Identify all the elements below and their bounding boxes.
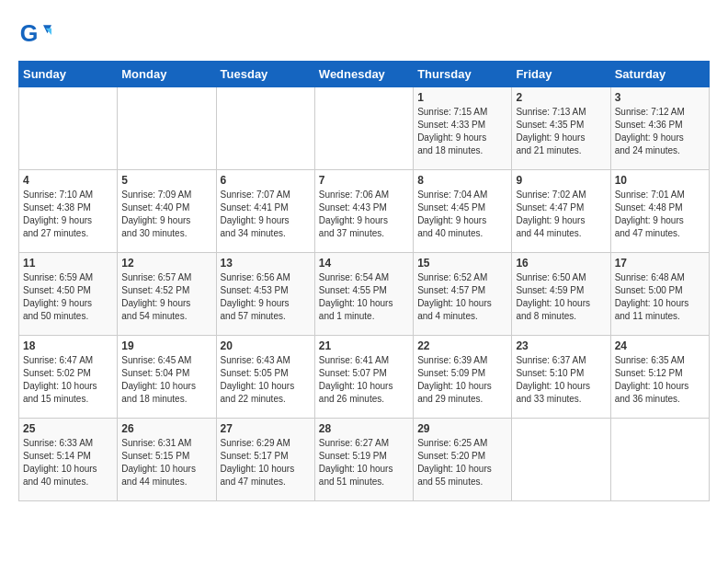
day-number: 21 [319,339,409,352]
day-number: 7 [319,174,409,187]
logo: G [18,18,57,52]
calendar-cell: 8Sunrise: 7:04 AM Sunset: 4:45 PM Daylig… [414,170,512,253]
week-row-5: 25Sunrise: 6:33 AM Sunset: 5:14 PM Dayli… [19,419,710,501]
day-info: Sunrise: 6:41 AM Sunset: 5:07 PM Dayligh… [319,354,409,406]
calendar-cell: 27Sunrise: 6:29 AM Sunset: 5:17 PM Dayli… [216,419,314,501]
header-day-tuesday: Tuesday [216,62,314,87]
calendar-cell: 5Sunrise: 7:09 AM Sunset: 4:40 PM Daylig… [118,170,216,253]
day-number: 1 [417,91,507,104]
calendar-cell [314,87,413,170]
calendar-cell: 17Sunrise: 6:48 AM Sunset: 5:00 PM Dayli… [610,253,709,336]
calendar-cell: 19Sunrise: 6:45 AM Sunset: 5:04 PM Dayli… [118,336,216,419]
day-info: Sunrise: 7:13 AM Sunset: 4:35 PM Dayligh… [516,106,606,157]
day-info: Sunrise: 6:33 AM Sunset: 5:14 PM Dayligh… [23,437,113,488]
header-day-thursday: Thursday [414,62,512,87]
calendar-cell: 11Sunrise: 6:59 AM Sunset: 4:50 PM Dayli… [19,253,118,336]
day-info: Sunrise: 6:50 AM Sunset: 4:59 PM Dayligh… [516,271,606,323]
day-info: Sunrise: 6:56 AM Sunset: 4:53 PM Dayligh… [221,271,311,323]
calendar-cell: 12Sunrise: 6:57 AM Sunset: 4:52 PM Dayli… [118,253,216,336]
calendar-cell: 6Sunrise: 7:07 AM Sunset: 4:41 PM Daylig… [216,170,314,253]
day-info: Sunrise: 6:39 AM Sunset: 5:09 PM Dayligh… [417,354,507,406]
calendar-cell [610,419,709,501]
calendar-cell [216,87,314,170]
day-number: 17 [615,257,705,270]
calendar-body: 1Sunrise: 7:15 AM Sunset: 4:33 PM Daylig… [19,87,710,501]
day-info: Sunrise: 7:15 AM Sunset: 4:33 PM Dayligh… [417,106,507,157]
day-info: Sunrise: 7:12 AM Sunset: 4:36 PM Dayligh… [615,106,705,157]
day-number: 15 [417,257,507,270]
calendar-cell: 22Sunrise: 6:39 AM Sunset: 5:09 PM Dayli… [414,336,512,419]
day-number: 13 [221,257,311,270]
week-row-1: 1Sunrise: 7:15 AM Sunset: 4:33 PM Daylig… [19,87,710,170]
day-number: 11 [23,257,113,270]
week-row-3: 11Sunrise: 6:59 AM Sunset: 4:50 PM Dayli… [19,253,710,336]
calendar-cell: 4Sunrise: 7:10 AM Sunset: 4:38 PM Daylig… [19,170,118,253]
day-info: Sunrise: 6:35 AM Sunset: 5:12 PM Dayligh… [615,354,705,406]
header-day-saturday: Saturday [610,62,709,87]
day-number: 24 [615,339,705,352]
day-number: 6 [221,174,311,187]
week-row-2: 4Sunrise: 7:10 AM Sunset: 4:38 PM Daylig… [19,170,710,253]
calendar-cell: 25Sunrise: 6:33 AM Sunset: 5:14 PM Dayli… [19,419,118,501]
week-row-4: 18Sunrise: 6:47 AM Sunset: 5:02 PM Dayli… [19,336,710,419]
day-number: 27 [221,422,311,435]
day-number: 5 [121,174,211,187]
day-info: Sunrise: 6:54 AM Sunset: 4:55 PM Dayligh… [319,271,409,323]
calendar-cell [19,87,118,170]
calendar-cell: 18Sunrise: 6:47 AM Sunset: 5:02 PM Dayli… [19,336,118,419]
header: G [18,18,710,52]
day-info: Sunrise: 6:27 AM Sunset: 5:19 PM Dayligh… [319,437,409,488]
day-info: Sunrise: 6:59 AM Sunset: 4:50 PM Dayligh… [23,271,113,323]
day-number: 3 [615,91,705,104]
day-number: 9 [516,174,606,187]
logo-icon: G [18,18,51,52]
day-info: Sunrise: 7:06 AM Sunset: 4:43 PM Dayligh… [319,189,409,240]
calendar-cell: 7Sunrise: 7:06 AM Sunset: 4:43 PM Daylig… [314,170,413,253]
header-day-friday: Friday [512,62,610,87]
header-day-wednesday: Wednesday [314,62,413,87]
day-info: Sunrise: 7:01 AM Sunset: 4:48 PM Dayligh… [615,189,705,240]
day-number: 12 [121,257,211,270]
calendar-cell: 28Sunrise: 6:27 AM Sunset: 5:19 PM Dayli… [314,419,413,501]
header-day-monday: Monday [118,62,216,87]
day-info: Sunrise: 6:37 AM Sunset: 5:10 PM Dayligh… [516,354,606,406]
day-info: Sunrise: 6:47 AM Sunset: 5:02 PM Dayligh… [23,354,113,406]
calendar-cell: 1Sunrise: 7:15 AM Sunset: 4:33 PM Daylig… [414,87,512,170]
svg-text:G: G [20,20,39,46]
day-number: 8 [417,174,507,187]
day-number: 19 [121,339,211,352]
calendar-cell: 13Sunrise: 6:56 AM Sunset: 4:53 PM Dayli… [216,253,314,336]
calendar: SundayMondayTuesdayWednesdayThursdayFrid… [18,61,710,501]
calendar-cell: 14Sunrise: 6:54 AM Sunset: 4:55 PM Dayli… [314,253,413,336]
day-number: 28 [319,422,409,435]
calendar-cell: 20Sunrise: 6:43 AM Sunset: 5:05 PM Dayli… [216,336,314,419]
calendar-cell: 10Sunrise: 7:01 AM Sunset: 4:48 PM Dayli… [610,170,709,253]
day-number: 26 [121,422,211,435]
day-info: Sunrise: 7:10 AM Sunset: 4:38 PM Dayligh… [23,189,113,240]
day-number: 25 [23,422,113,435]
calendar-cell: 21Sunrise: 6:41 AM Sunset: 5:07 PM Dayli… [314,336,413,419]
day-number: 4 [23,174,113,187]
calendar-cell: 2Sunrise: 7:13 AM Sunset: 4:35 PM Daylig… [512,87,610,170]
calendar-cell: 23Sunrise: 6:37 AM Sunset: 5:10 PM Dayli… [512,336,610,419]
day-number: 29 [417,422,507,435]
day-number: 23 [516,339,606,352]
header-day-sunday: Sunday [19,62,118,87]
calendar-cell [512,419,610,501]
calendar-cell: 26Sunrise: 6:31 AM Sunset: 5:15 PM Dayli… [118,419,216,501]
day-info: Sunrise: 6:45 AM Sunset: 5:04 PM Dayligh… [121,354,211,406]
calendar-cell: 3Sunrise: 7:12 AM Sunset: 4:36 PM Daylig… [610,87,709,170]
day-number: 22 [417,339,507,352]
day-info: Sunrise: 7:02 AM Sunset: 4:47 PM Dayligh… [516,189,606,240]
calendar-cell [118,87,216,170]
day-info: Sunrise: 6:25 AM Sunset: 5:20 PM Dayligh… [417,437,507,488]
day-number: 2 [516,91,606,104]
calendar-header: SundayMondayTuesdayWednesdayThursdayFrid… [19,62,710,87]
calendar-cell: 29Sunrise: 6:25 AM Sunset: 5:20 PM Dayli… [414,419,512,501]
day-info: Sunrise: 7:09 AM Sunset: 4:40 PM Dayligh… [121,189,211,240]
day-info: Sunrise: 7:07 AM Sunset: 4:41 PM Dayligh… [221,189,311,240]
day-number: 16 [516,257,606,270]
day-number: 10 [615,174,705,187]
calendar-cell: 24Sunrise: 6:35 AM Sunset: 5:12 PM Dayli… [610,336,709,419]
day-info: Sunrise: 6:52 AM Sunset: 4:57 PM Dayligh… [417,271,507,323]
